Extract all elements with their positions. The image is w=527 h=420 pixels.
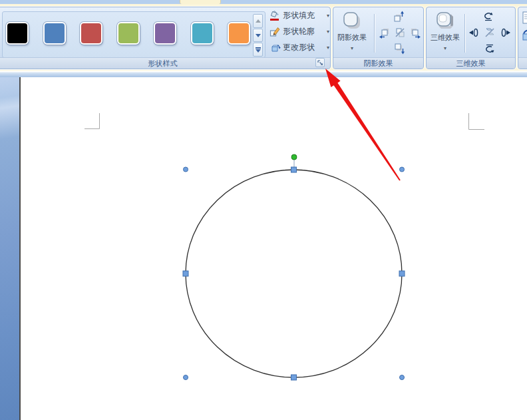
toggle-3d-button[interactable] <box>482 25 497 40</box>
dropdown-arrow-icon: ▾ <box>444 45 446 51</box>
group-3d-effects: 三维效果 ▾ <box>426 7 516 69</box>
tilt-up-button[interactable] <box>481 9 496 24</box>
nudge-shadow-left-button[interactable] <box>377 25 392 40</box>
3d-effects-button[interactable]: 三维效果 ▾ <box>429 9 461 58</box>
gallery-scroll-up-button[interactable] <box>253 14 263 28</box>
window-background <box>0 77 19 420</box>
dropdown-arrow-icon: ▾ <box>351 45 353 51</box>
shape-outline-button[interactable]: 形状轮廓 ▾ <box>269 25 331 39</box>
shape-fill-label: 形状填充 <box>283 10 315 21</box>
shape-style-swatch-blue[interactable] <box>43 22 66 45</box>
paint-bucket-icon <box>269 10 281 21</box>
toggle-shadow-icon <box>394 27 406 39</box>
tilt-down-button[interactable] <box>482 41 497 56</box>
shape-style-gallery <box>2 11 265 58</box>
change-shape-icon <box>269 42 281 53</box>
shape-style-swatch-purple[interactable] <box>154 22 176 45</box>
shape-outline-label: 形状轮廓 <box>283 26 315 37</box>
dropdown-arrow-icon: ▾ <box>327 45 331 51</box>
group-shape-styles: 形状填充 ▾ 形状轮廓 ▾ <box>0 7 331 69</box>
shape-fill-button[interactable]: 形状填充 ▾ <box>269 9 331 23</box>
tilt-left-icon <box>468 27 480 39</box>
position-icon <box>522 29 527 41</box>
3d-square-icon <box>435 11 455 31</box>
separator <box>464 14 465 53</box>
3d-effects-button-label: 三维效果 <box>431 33 460 43</box>
toggle-shadow-button[interactable] <box>393 25 407 40</box>
shape-style-swatch-orange[interactable] <box>228 22 250 45</box>
group-shadow-effects: 阴影效果 ▾ <box>333 7 424 69</box>
dropdown-arrow-icon: ▾ <box>327 29 331 35</box>
change-shape-label: 更改形状 <box>283 42 315 53</box>
tilt-down-icon <box>484 43 496 55</box>
shape-style-swatch-teal[interactable] <box>191 22 214 45</box>
shape-style-swatch-black[interactable] <box>6 22 29 45</box>
shadow-effects-button[interactable]: 阴影效果 ▾ <box>336 9 368 58</box>
gallery-more-button[interactable] <box>253 43 263 57</box>
tilt-right-button[interactable] <box>498 25 513 40</box>
nudge-shadow-right-icon <box>409 27 421 39</box>
nudge-shadow-up-button[interactable] <box>391 9 406 24</box>
ribbon: 形状填充 ▾ 形状轮廓 ▾ <box>0 4 527 71</box>
group-label-shadow-effects: 阴影效果 <box>333 57 423 69</box>
nudge-shadow-right-button[interactable] <box>408 25 423 40</box>
shape-style-swatch-green[interactable] <box>117 22 140 45</box>
shadow-square-icon <box>342 11 362 31</box>
document-page[interactable] <box>21 77 527 420</box>
nudge-shadow-down-button[interactable] <box>392 41 407 56</box>
gallery-scroll-down-button[interactable] <box>253 29 263 43</box>
pencil-outline-icon <box>269 26 281 37</box>
shape-styles-dialog-launcher[interactable] <box>315 58 325 67</box>
tilt-up-icon <box>482 11 494 23</box>
dropdown-arrow-icon: ▾ <box>327 13 331 19</box>
more-bar-icon <box>256 47 261 49</box>
change-shape-button[interactable]: 更改形状 ▾ <box>269 41 331 55</box>
nudge-shadow-up-icon <box>393 11 405 23</box>
triangle-down-icon <box>256 34 261 37</box>
tilt-left-button[interactable] <box>466 25 481 40</box>
separator <box>374 14 375 53</box>
toggle-3d-icon <box>484 27 496 39</box>
shape-format-menu: 形状填充 ▾ 形状轮廓 ▾ <box>269 9 331 57</box>
document-top-band <box>0 71 527 77</box>
group-label-shape-styles: 形状样式 <box>0 57 330 69</box>
text-box-icon <box>522 11 527 25</box>
nudge-shadow-down-icon <box>393 43 405 55</box>
triangle-down-icon <box>256 49 261 53</box>
gallery-scrollbar <box>253 14 263 57</box>
word-window: 形状填充 ▾ 形状轮廓 ▾ <box>0 0 527 420</box>
group-label-3d-effects: 三维效果 <box>427 57 515 69</box>
document-area <box>0 77 527 420</box>
dialog-launcher-icon <box>317 60 323 66</box>
nudge-shadow-left-icon <box>379 27 391 39</box>
tilt-right-icon <box>500 27 512 39</box>
shape-style-swatch-red[interactable] <box>80 22 102 45</box>
shadow-effects-button-label: 阴影效果 <box>337 33 367 43</box>
group-arrange-partial <box>518 7 527 69</box>
triangle-up-icon <box>256 19 261 23</box>
group-label-partial <box>518 57 527 69</box>
